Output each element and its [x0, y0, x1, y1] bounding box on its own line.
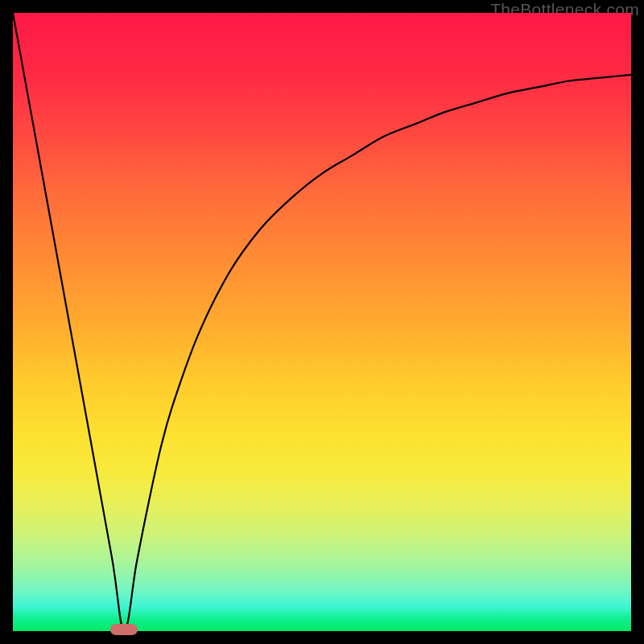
chart-container: TheBottleneck.com: [0, 0, 644, 644]
optimum-marker: [110, 624, 138, 635]
bottleneck-curve: [13, 13, 631, 631]
curve-layer: [13, 13, 631, 631]
plot-area: [13, 13, 631, 631]
